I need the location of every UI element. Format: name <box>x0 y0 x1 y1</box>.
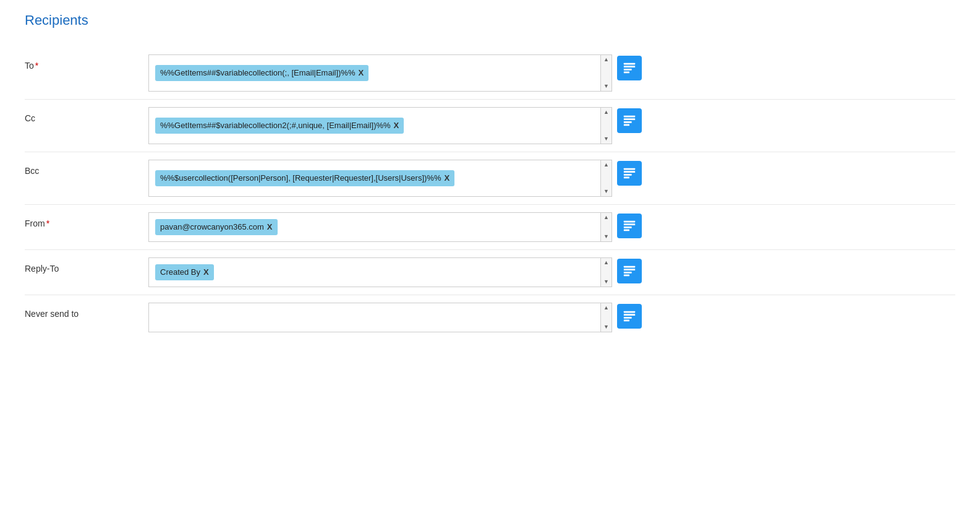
svg-rect-14 <box>624 227 632 228</box>
never-send-to-input-area: ▲ ▼ <box>148 303 655 332</box>
reply-to-token-remove[interactable]: X <box>203 267 209 278</box>
to-scroll-up[interactable]: ▲ <box>603 57 609 63</box>
svg-rect-15 <box>624 230 629 231</box>
reply-to-input-content[interactable]: Created By X <box>149 258 600 287</box>
cc-input-area: %%GetItems##$variablecollection2(;#,uniq… <box>148 107 655 144</box>
svg-rect-12 <box>624 221 635 223</box>
to-browse-icon <box>623 61 636 75</box>
bcc-token-0: %%$usercollection([Person|Person], [Requ… <box>155 170 454 186</box>
svg-rect-3 <box>624 72 629 74</box>
from-token-0: pavan@crowcanyon365.com X <box>155 219 278 235</box>
bcc-input-wrapper: %%$usercollection([Person|Person], [Requ… <box>148 160 612 197</box>
to-token-remove[interactable]: X <box>359 67 364 79</box>
svg-rect-0 <box>624 63 635 65</box>
from-input-content[interactable]: pavan@crowcanyon365.com X <box>149 213 600 241</box>
svg-rect-10 <box>624 174 632 176</box>
bcc-input-area: %%$usercollection([Person|Person], [Requ… <box>148 160 655 197</box>
svg-rect-11 <box>624 177 629 179</box>
bcc-scroll-up[interactable]: ▲ <box>603 162 609 168</box>
to-input-content[interactable]: %%GetItems##$variablecollection(;, [Emai… <box>149 55 600 91</box>
never-send-to-scroll-down[interactable]: ▼ <box>603 324 609 330</box>
cc-token-remove[interactable]: X <box>394 120 399 131</box>
cc-browse-icon <box>623 114 636 127</box>
reply-to-token-text: Created By <box>160 267 200 278</box>
never-send-to-scroll-up[interactable]: ▲ <box>603 305 609 311</box>
from-scroll-up[interactable]: ▲ <box>603 215 609 220</box>
never-send-to-input-wrapper: ▲ ▼ <box>148 303 612 332</box>
bcc-token-remove[interactable]: X <box>444 173 450 184</box>
bcc-scroll-down[interactable]: ▼ <box>603 189 609 194</box>
bcc-row: Bcc %%$usercollection([Person|Person], [… <box>25 152 955 205</box>
from-input-area: pavan@crowcanyon365.com X ▲ ▼ <box>148 212 655 242</box>
reply-to-input-wrapper: Created By X ▲ ▼ <box>148 257 612 287</box>
cc-input-wrapper: %%GetItems##$variablecollection2(;#,uniq… <box>148 107 612 144</box>
bcc-browse-icon <box>623 166 636 180</box>
never-send-to-input-content[interactable] <box>149 303 600 332</box>
never-send-to-browse-button[interactable] <box>617 304 642 329</box>
reply-to-input-area: Created By X ▲ ▼ <box>148 257 655 287</box>
cc-token-0: %%GetItems##$variablecollection2(;#,uniq… <box>155 118 404 134</box>
svg-rect-18 <box>624 272 632 274</box>
to-token-0: %%GetItems##$variablecollection(;, [Emai… <box>155 65 369 81</box>
from-scrollbar: ▲ ▼ <box>600 213 611 241</box>
to-label: To* <box>25 54 148 71</box>
never-send-to-scrollbar: ▲ ▼ <box>600 303 611 332</box>
from-required: * <box>46 218 49 228</box>
svg-rect-1 <box>624 66 635 67</box>
cc-browse-button[interactable] <box>617 108 642 133</box>
svg-rect-4 <box>624 116 635 118</box>
from-row: From* pavan@crowcanyon365.com X ▲ ▼ <box>25 205 955 250</box>
to-browse-button[interactable] <box>617 56 642 80</box>
reply-to-browse-icon <box>623 264 636 278</box>
svg-rect-19 <box>624 275 629 277</box>
never-send-to-row: Never send to ▲ ▼ <box>25 295 955 340</box>
svg-rect-7 <box>624 124 629 126</box>
reply-to-token-0: Created By X <box>155 264 214 280</box>
bcc-scrollbar: ▲ ▼ <box>600 160 611 196</box>
svg-rect-6 <box>624 121 632 123</box>
svg-rect-16 <box>624 266 635 268</box>
svg-rect-17 <box>624 269 635 270</box>
cc-scroll-up[interactable]: ▲ <box>603 110 609 115</box>
svg-rect-21 <box>624 314 635 316</box>
from-label: From* <box>25 212 148 228</box>
from-token-remove[interactable]: X <box>267 222 273 233</box>
recipients-form: To* %%GetItems##$variablecollection(;, [… <box>25 47 955 340</box>
svg-rect-8 <box>624 168 635 170</box>
to-required: * <box>35 61 38 71</box>
reply-to-scrollbar: ▲ ▼ <box>600 258 611 287</box>
bcc-browse-button[interactable] <box>617 161 642 186</box>
reply-to-browse-button[interactable] <box>617 259 642 283</box>
svg-rect-20 <box>624 311 635 313</box>
reply-to-row: Reply-To Created By X ▲ ▼ <box>25 250 955 295</box>
to-input-wrapper: %%GetItems##$variablecollection(;, [Emai… <box>148 54 612 92</box>
svg-rect-22 <box>624 317 632 319</box>
bcc-label: Bcc <box>25 160 148 176</box>
page-title: Recipients <box>25 12 955 28</box>
cc-token-text: %%GetItems##$variablecollection2(;#,uniq… <box>160 120 391 131</box>
reply-to-scroll-up[interactable]: ▲ <box>603 260 609 265</box>
to-input-area: %%GetItems##$variablecollection(;, [Emai… <box>148 54 655 92</box>
to-scroll-down[interactable]: ▼ <box>603 84 609 89</box>
reply-to-label: Reply-To <box>25 257 148 274</box>
to-token-text: %%GetItems##$variablecollection(;, [Emai… <box>160 67 356 79</box>
from-input-wrapper: pavan@crowcanyon365.com X ▲ ▼ <box>148 212 612 242</box>
svg-rect-5 <box>624 118 635 120</box>
svg-rect-13 <box>624 223 635 225</box>
cc-input-content[interactable]: %%GetItems##$variablecollection2(;#,uniq… <box>149 108 600 144</box>
bcc-input-content[interactable]: %%$usercollection([Person|Person], [Requ… <box>149 160 600 196</box>
cc-scroll-down[interactable]: ▼ <box>603 136 609 142</box>
never-send-to-browse-icon <box>623 309 636 323</box>
from-token-text: pavan@crowcanyon365.com <box>160 222 264 233</box>
svg-rect-23 <box>624 320 629 322</box>
from-browse-icon <box>623 219 636 233</box>
cc-label: Cc <box>25 107 148 123</box>
svg-rect-2 <box>624 69 632 71</box>
never-send-to-label: Never send to <box>25 303 148 319</box>
from-scroll-down[interactable]: ▼ <box>603 234 609 240</box>
cc-row: Cc %%GetItems##$variablecollection2(;#,u… <box>25 100 955 152</box>
reply-to-scroll-down[interactable]: ▼ <box>603 279 609 285</box>
from-browse-button[interactable] <box>617 214 642 238</box>
to-scrollbar: ▲ ▼ <box>600 55 611 91</box>
svg-rect-9 <box>624 171 635 173</box>
